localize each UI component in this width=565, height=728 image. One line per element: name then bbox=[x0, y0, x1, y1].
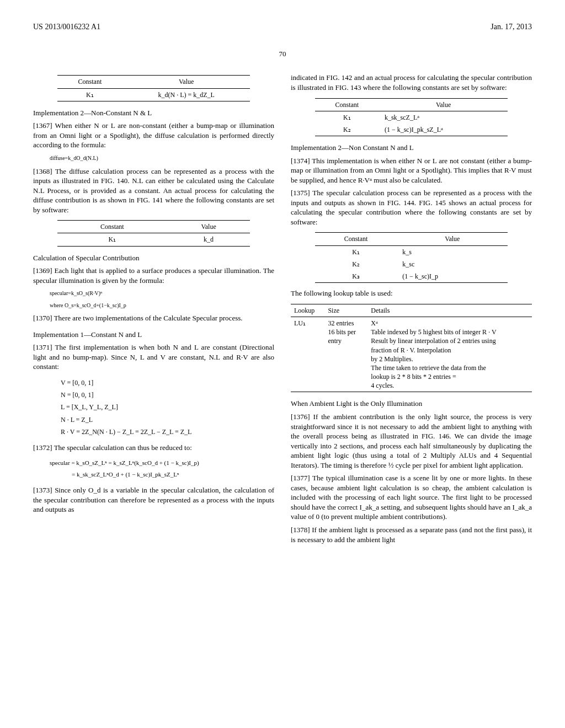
paragraph-1375: [1375] The specular calculation process … bbox=[291, 188, 532, 227]
table-header: Value bbox=[397, 233, 508, 245]
paragraph-1378: [1378] If the ambient light is processed… bbox=[291, 525, 532, 544]
table-cell: K₂ bbox=[315, 258, 397, 270]
formula-diffuse: diffuse=k_dO_d(N.L) bbox=[50, 154, 274, 162]
subheading: When Ambient Light is the Only Illuminat… bbox=[291, 399, 532, 409]
continuation-text: indicated in FIG. 142 and an actual proc… bbox=[291, 73, 532, 92]
equation-line: L = [X_L, Y_L, Z_L] bbox=[61, 403, 274, 411]
lookup-intro: The following lookup table is used: bbox=[291, 288, 532, 298]
table-cell: K₂ bbox=[315, 124, 379, 136]
vector-equations: V = [0, 0, 1] N = [0, 0, 1] L = [X_L, Y_… bbox=[61, 378, 274, 436]
table-cell: (1 − k_sc)I_p bbox=[397, 270, 508, 283]
table-header: Lookup bbox=[291, 304, 324, 317]
table-header: Details bbox=[367, 304, 532, 317]
table-cell: k_d bbox=[167, 233, 250, 246]
table-cell: (1 − k_sc)I_pk_sZ_Lⁿ bbox=[379, 124, 508, 136]
constant-table-1: Constant Value K₁ k_d(N · L) = k_dZ_L bbox=[57, 75, 250, 101]
table-cell: K₁ bbox=[315, 111, 379, 124]
pub-date: Jan. 17, 2013 bbox=[491, 22, 532, 33]
table-header: Constant bbox=[57, 76, 122, 88]
table-cell: k_sc bbox=[397, 258, 508, 270]
paragraph-1376: [1376] If the ambient contribution is th… bbox=[291, 412, 532, 470]
paragraph-1372: [1372] The specular calculation can thus… bbox=[33, 443, 274, 453]
equation-line: = k_sk_scZ_LⁿO_d + (1 − k_sc)I_pk_sZ_Lⁿ bbox=[72, 470, 274, 479]
lookup-table: Lookup Size Details LU₁ 32 entries 16 bi… bbox=[291, 304, 532, 393]
right-column: indicated in FIG. 142 and an actual proc… bbox=[291, 69, 532, 548]
table-cell: Xⁿ Table indexed by 5 highest bits of in… bbox=[367, 317, 532, 392]
table-header: Constant bbox=[315, 98, 379, 111]
two-column-layout: Constant Value K₁ k_d(N · L) = k_dZ_L Im… bbox=[33, 69, 532, 548]
table-cell: 32 entries 16 bits per entry bbox=[324, 317, 367, 392]
paragraph-1371: [1371] The first implementation is when … bbox=[33, 342, 274, 372]
paragraph-1373: [1373] Since only O_d is a variable in t… bbox=[33, 485, 274, 515]
table-header: Value bbox=[167, 221, 250, 233]
subheading: Implementation 2—Non-Constant N & L bbox=[33, 108, 274, 118]
table-cell: K₃ bbox=[315, 270, 397, 283]
table-header: Value bbox=[379, 98, 508, 111]
paragraph-1374: [1374] This implementation is when eithe… bbox=[291, 156, 532, 185]
equation-line: N · L = Z_L bbox=[61, 415, 274, 424]
constant-table-4: Constant Value K₁ k_s K₂ k_sc K₃ (1 − k_… bbox=[315, 232, 508, 283]
subheading: Calculation of Specular Contribution bbox=[33, 253, 274, 263]
table-header: Constant bbox=[57, 221, 167, 233]
equation-line: V = [0, 0, 1] bbox=[61, 378, 274, 387]
subheading: Implementation 2—Non Constant N and L bbox=[291, 143, 532, 153]
paragraph-1377: [1377] The typical illumination case is … bbox=[291, 473, 532, 522]
table-header: Constant bbox=[315, 233, 397, 245]
formula-os: where O_s=k_scO_d+(1−k_sc)I_p bbox=[50, 302, 274, 309]
paragraph-1369: [1369] Each light that is applied to a s… bbox=[33, 266, 274, 285]
equation-line: R · V = 2Z_N(N · L) − Z_L = 2Z_L − Z_L =… bbox=[61, 427, 274, 436]
table-header: Value bbox=[122, 76, 250, 88]
table-cell: k_s bbox=[397, 245, 508, 258]
left-column: Constant Value K₁ k_d(N · L) = k_dZ_L Im… bbox=[33, 69, 274, 548]
constant-table-3: Constant Value K₁ k_sk_scZ_Lⁿ K₂ (1 − k_… bbox=[315, 98, 508, 137]
paragraph-1370: [1370] There are two implementations of … bbox=[33, 313, 274, 323]
page-header: US 2013/0016232 A1 Jan. 17, 2013 bbox=[33, 22, 532, 33]
table-header: Size bbox=[324, 304, 367, 317]
paragraph-1367: [1367] When either N or L are non-consta… bbox=[33, 121, 274, 150]
paragraph-1368: [1368] The diffuse calculation process c… bbox=[33, 167, 274, 215]
equation-line: N = [0, 0, 1] bbox=[61, 390, 274, 399]
subheading: Implementation 1—Constant N and L bbox=[33, 330, 274, 340]
table-cell: k_d(N · L) = k_dZ_L bbox=[122, 88, 250, 101]
table-cell: K₁ bbox=[315, 245, 397, 258]
table-cell: k_sk_scZ_Lⁿ bbox=[379, 111, 508, 124]
pub-number: US 2013/0016232 A1 bbox=[33, 22, 100, 33]
table-cell: K₁ bbox=[57, 233, 167, 246]
equation-line: specular = k_sO_sZ_Lⁿ = k_sZ_Lⁿ(k_scO_d … bbox=[50, 459, 274, 467]
specular-derivation: specular = k_sO_sZ_Lⁿ = k_sZ_Lⁿ(k_scO_d … bbox=[50, 459, 274, 479]
table-cell: LU₁ bbox=[291, 317, 324, 392]
formula-specular: specular=k_sO_s(R·V)ⁿ bbox=[50, 290, 274, 297]
table-cell: K₁ bbox=[57, 88, 122, 101]
page-number: 70 bbox=[33, 49, 532, 59]
constant-table-2: Constant Value K₁ k_d bbox=[57, 220, 250, 246]
